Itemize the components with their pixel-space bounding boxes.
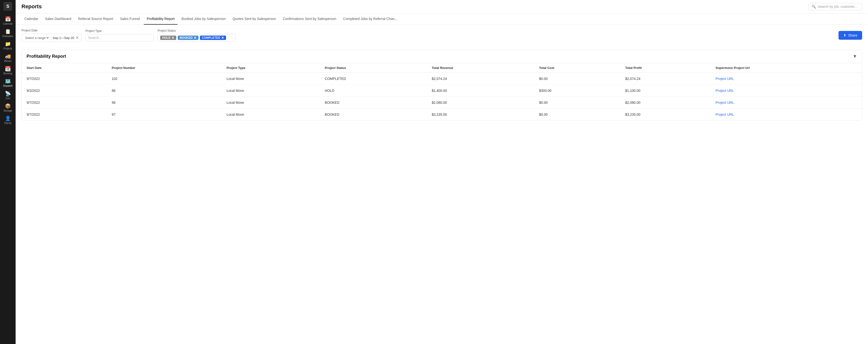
status-tag-booked[interactable]: BOOKED ✕ — [178, 36, 198, 40]
cell-project-type: Local Move — [222, 97, 320, 109]
sidebar-item-label: Booking — [3, 72, 12, 75]
col-total-cost: Total Cost — [534, 63, 620, 73]
tab-referral-source[interactable]: Referral Source Report — [75, 13, 116, 25]
cell-start-date: 9/7/2022 — [22, 97, 107, 109]
project-type-label: Project Type — [85, 29, 154, 33]
sidebar-logo[interactable]: S — [3, 2, 12, 11]
tab-completed-jobs[interactable]: Completed Jobs by Referral Chan... — [340, 13, 400, 25]
tab-sales-funnel[interactable]: Sales Funnel — [117, 13, 143, 25]
filter-divider — [51, 35, 51, 40]
cell-total-profit: $3,235.00 — [620, 109, 711, 121]
share-label: Share — [848, 33, 857, 37]
search-placeholder: Search by job, customer... — [818, 5, 857, 8]
cell-project-number: 96 — [107, 97, 222, 109]
remove-hold-button[interactable]: ✕ — [172, 36, 174, 39]
project-date-filter: Project Date Select a range Sep 1—Sep 20… — [22, 29, 82, 42]
cell-total-profit: $2,074.24 — [620, 73, 711, 85]
live-icon: 📡 — [5, 91, 11, 96]
cell-project-number: 86 — [107, 85, 222, 97]
sidebar-item-label: Projects — [3, 47, 12, 50]
sidebar-item-clients[interactable]: 👤 Clients — [0, 114, 16, 127]
tab-sales-dashboard[interactable]: Sales Dashboard — [42, 13, 74, 25]
estimates-icon: 📋 — [5, 29, 11, 34]
project-type-filter: Project Type Search... — [85, 29, 154, 41]
project-url-link[interactable]: Project URL — [716, 101, 734, 105]
col-start-date: Start Date — [22, 63, 107, 73]
project-type-input[interactable]: Search... — [85, 34, 154, 41]
cell-total-profit: $1,100.00 — [620, 85, 711, 97]
page-title: Reports — [22, 3, 42, 10]
tab-confirmations[interactable]: Confirmations Sent by Salesperson — [280, 13, 339, 25]
nav-tabs: Calendar Sales Dashboard Referral Source… — [16, 13, 868, 25]
booking-icon: 📆 — [5, 66, 11, 71]
table-title: Profitability Report — [27, 54, 66, 59]
sidebar-item-booking[interactable]: 📆 Booking — [0, 64, 16, 77]
cell-project-url[interactable]: Project URL — [711, 73, 862, 85]
cell-total-profit: $2,080.00 — [620, 97, 711, 109]
sidebar-item-label: Estimates — [2, 35, 13, 37]
sidebar-item-dispatch[interactable]: 🗺️ Dispatch — [0, 77, 16, 89]
cell-total-cost: $0.00 — [534, 109, 620, 121]
table-row: 9/7/2022 102 Local Move COMPLETED $2,074… — [22, 73, 862, 85]
project-status-input[interactable]: HOLD ✕ BOOKED ✕ COMPLETED ✕ — [157, 34, 236, 42]
project-url-link[interactable]: Project URL — [716, 77, 734, 81]
project-url-link[interactable]: Project URL — [716, 89, 734, 93]
sidebar: S 📅 Calendar 📋 Estimates 📁 Projects 🚚 Mo… — [0, 0, 16, 344]
cell-total-revenue: $3,235.00 — [427, 109, 534, 121]
remove-booked-button[interactable]: ✕ — [194, 36, 196, 39]
dispatch-icon: 🗺️ — [5, 79, 11, 83]
share-button[interactable]: ⬆ Share — [838, 31, 862, 40]
cell-project-number: 97 — [107, 109, 222, 121]
table-thead: Start Date Project Number Project Type P… — [22, 63, 862, 73]
status-tag-hold[interactable]: HOLD ✕ — [160, 36, 176, 40]
clear-date-button[interactable]: ✕ — [75, 36, 79, 40]
project-type-placeholder: Search... — [88, 36, 102, 40]
projects-icon: 📁 — [5, 41, 11, 46]
remove-completed-button[interactable]: ✕ — [221, 36, 224, 39]
col-project-url: Supermove Project Url — [711, 63, 862, 73]
date-value: Sep 1—Sep 20 — [53, 36, 74, 40]
tab-quotes-sent[interactable]: Quotes Sent by Salesperson — [230, 13, 279, 25]
sidebar-item-label: Clients — [4, 122, 12, 125]
cell-total-cost: $0.00 — [534, 97, 620, 109]
table-card: Profitability Report ▼ Start Date Projec… — [22, 50, 862, 121]
tab-profitability[interactable]: Profitability Report — [144, 13, 178, 25]
tab-calendar[interactable]: Calendar — [22, 13, 41, 25]
cell-start-date: 9/2/2022 — [22, 85, 107, 97]
cell-project-url[interactable]: Project URL — [711, 109, 862, 121]
status-tag-completed[interactable]: COMPLETED ✕ — [200, 36, 226, 40]
col-project-status: Project Status — [320, 63, 427, 73]
cell-start-date: 9/7/2022 — [22, 73, 107, 85]
sidebar-item-label: Storage — [3, 109, 12, 112]
table-header: Start Date Project Number Project Type P… — [22, 63, 862, 73]
storage-icon: 📦 — [5, 104, 11, 108]
sidebar-item-label: Live — [6, 97, 10, 100]
cell-total-cost: $300.00 — [534, 85, 620, 97]
project-url-link[interactable]: Project URL — [716, 112, 734, 116]
sidebar-item-storage[interactable]: 📦 Storage — [0, 102, 16, 114]
calendar-icon: 📅 — [5, 16, 11, 22]
col-total-revenue: Total Revenue — [427, 63, 534, 73]
tab-booked-jobs[interactable]: Booked Jobs by Salesperson — [179, 13, 228, 25]
project-date-label: Project Date — [22, 29, 82, 32]
sidebar-item-calendar[interactable]: 📅 Calendar — [0, 14, 16, 27]
col-project-number: Project Number — [107, 63, 222, 73]
cell-project-status: COMPLETED — [320, 73, 427, 85]
table-container: Profitability Report ▼ Start Date Projec… — [16, 46, 868, 344]
filter-icon[interactable]: ▼ — [852, 54, 857, 59]
project-date-input[interactable]: Select a range Sep 1—Sep 20 ✕ — [22, 34, 82, 42]
global-search[interactable]: 🔍 Search by job, customer... — [808, 3, 862, 10]
cell-project-status: BOOKED — [320, 109, 427, 121]
sidebar-item-moves[interactable]: 🚚 Moves — [0, 52, 16, 64]
sidebar-item-estimates[interactable]: 📋 Estimates — [0, 27, 16, 39]
cell-project-url[interactable]: Project URL — [711, 97, 862, 109]
hold-tag-label: HOLD — [162, 36, 170, 39]
cell-project-type: Local Move — [222, 109, 320, 121]
range-select[interactable]: Select a range — [24, 36, 50, 40]
sidebar-item-live[interactable]: 📡 Live — [0, 89, 16, 102]
cell-total-revenue: $2,074.24 — [427, 73, 534, 85]
cell-project-type: Local Move — [222, 73, 320, 85]
cell-project-url[interactable]: Project URL — [711, 85, 862, 97]
sidebar-item-projects[interactable]: 📁 Projects — [0, 39, 16, 52]
sidebar-item-label: Dispatch — [3, 84, 13, 87]
